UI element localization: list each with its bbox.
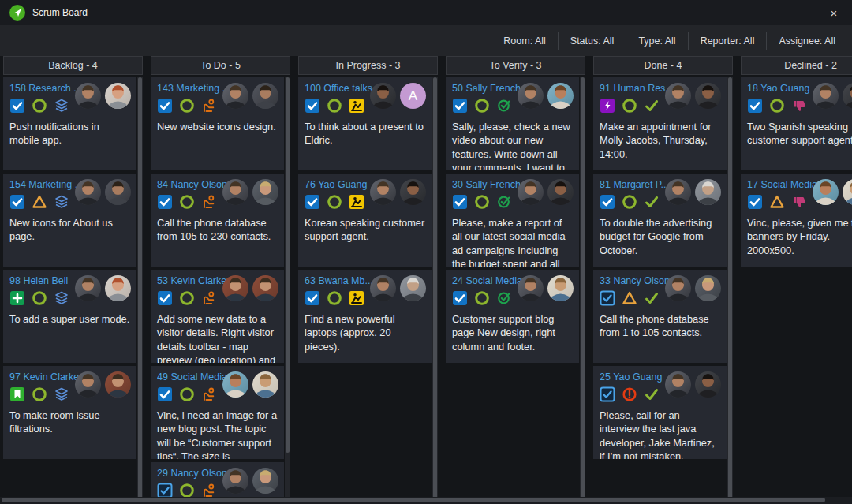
column-header: In Progress - 3 [298,56,438,75]
card-link[interactable]: 97 Kevin Clarke [9,371,79,383]
card-avatars [222,275,278,301]
card-link[interactable]: 17 Social Media [747,179,816,190]
avatar-man-curly [252,371,278,398]
avatar-woman-blonde [252,179,278,205]
layers-blue-icon [54,386,69,402]
task-checkbox-icon [157,483,173,498]
ring-green-icon [179,194,195,210]
card[interactable]: 84 Nancy OlsonCall the phone database fr… [151,174,284,267]
card-text: Korean speaking customer support agent. [305,216,425,244]
vertical-scrollbar-thumb[interactable] [433,77,437,500]
card[interactable]: 154 Marketing ...New icons for About us … [3,174,136,267]
vertical-scrollbar[interactable] [580,77,585,504]
avatar-man-beard [222,179,248,205]
filter-room[interactable]: Room: All [491,32,558,50]
card[interactable]: 97 Kevin ClarkeTo make room issue filtra… [3,366,136,459]
card-link[interactable]: 53 Kevin Clarke [157,275,226,286]
card-link[interactable]: 84 Nancy Olson [157,179,226,190]
vertical-scrollbar[interactable] [727,77,733,504]
card-link[interactable]: 158 Research ... [9,83,79,94]
card-link[interactable]: 98 Helen Bell [9,275,79,286]
triangle-orange-icon [769,194,785,210]
card[interactable]: 33 Nancy OlsonCall the phone database fr… [593,270,727,363]
card[interactable]: 24 Social MediaCustomer support blog pag… [446,270,579,363]
card[interactable]: 30 Sally FrenchPlease, make a report of … [446,174,579,267]
card-link[interactable]: 63 Bwana Mb... [305,275,374,286]
ring-green-icon [622,194,637,210]
avatar-man-beard [75,179,101,205]
card[interactable]: 81 Margaret P...To double the advertisin… [593,174,727,267]
card[interactable]: 98 Helen BellTo add a super user mode. [3,270,136,363]
minimize-button[interactable] [743,0,779,25]
card[interactable]: 50 Sally FrenchSally, please, check a ne… [446,77,579,170]
avatar-woman-dark [695,371,721,398]
task-checkbox-icon [600,386,615,402]
card-link[interactable]: 50 Sally French [452,83,521,94]
task-checked-icon [305,98,320,114]
card[interactable]: 25 Yao GuangPlease, call for an intervie… [593,366,727,459]
vertical-scrollbar-thumb[interactable] [286,77,290,453]
card-link[interactable]: 24 Social Media [452,275,521,286]
avatar-man-beard [665,275,691,301]
vertical-scrollbar[interactable] [285,77,290,504]
vertical-scrollbar[interactable] [432,77,438,504]
avatar-man-suit-brick [252,275,278,301]
card-text: New website icons design. [157,120,278,133]
card-link[interactable]: 91 Human Res... [600,83,669,94]
filter-assignee[interactable]: Assignee: All [766,32,847,50]
avatar-man-beard [518,275,544,301]
card-link[interactable]: 143 Marketing ... [157,83,226,94]
card-text: To double the advertising budget for Goo… [600,216,720,257]
card[interactable]: 91 Human Res...Make an appointment for M… [593,77,727,170]
task-checked-icon [157,386,173,402]
horizontal-scrollbar-thumb[interactable] [2,498,825,502]
card-avatars [813,179,852,205]
check-green-icon [644,386,660,402]
person-orange-icon [201,194,217,210]
card-text: Make an appointment for Molly Jacobs, Th… [600,120,720,161]
avatar-man-white [400,275,426,301]
card-link[interactable]: 18 Yao Guang [747,83,816,94]
filter-reporter[interactable]: Reporter: All [688,32,767,50]
card[interactable]: 49 Social MediaVinc, i need an image for… [151,366,284,459]
vertical-scrollbar-thumb[interactable] [138,77,142,500]
avatar-man-beard [813,83,839,109]
card[interactable]: 63 Bwana Mb...Find a new powerful laptop… [298,270,432,363]
task-checked-icon [9,194,25,210]
card[interactable]: 17 Social MediaVinc, please, given me tw… [741,174,852,267]
card[interactable]: 18 Yao GuangTwo Spanish speaking custome… [741,77,852,170]
avatar-woman-redhead [105,275,131,301]
ring-green-icon [327,194,342,210]
filter-status[interactable]: Status: All [558,32,626,50]
maximize-button[interactable] [779,0,816,25]
vertical-scrollbar-thumb[interactable] [581,77,585,500]
verify-green-icon [496,194,512,210]
card-link[interactable]: 25 Yao Guang [600,371,669,383]
card-avatars [370,179,426,205]
ring-green-icon [769,98,785,114]
card-link[interactable]: 49 Social Media [157,371,226,383]
horizontal-scrollbar[interactable] [0,497,852,504]
card-link[interactable]: 81 Margaret P... [600,179,669,190]
card-link[interactable]: 100 Office talks [305,83,374,94]
close-button[interactable]: × [816,0,852,25]
card-link[interactable]: 30 Sally French [452,179,521,190]
card[interactable]: 158 Research ...Push notifications in mo… [3,77,136,170]
card-text: To think about a present to Eldric. [305,120,425,147]
card[interactable]: 100 Office talksATo think about a presen… [298,77,432,170]
vertical-scrollbar-thumb[interactable] [728,77,732,500]
card[interactable]: 53 Kevin ClarkeAdd some new data to a vi… [151,270,284,363]
avatar-man-glasses-beard [105,179,131,205]
filter-type[interactable]: Type: All [626,32,687,50]
card-link[interactable]: 29 Nancy Olson [157,468,226,479]
card-link[interactable]: 76 Yao Guang [305,179,374,190]
avatar-woman-dark [547,179,574,205]
task-checked-icon [452,98,468,114]
card[interactable]: 143 Marketing ...New website icons desig… [151,77,284,170]
card-link[interactable]: 154 Marketing ... [9,179,79,190]
task-checked-icon [747,98,763,114]
card-avatars [370,275,426,301]
vertical-scrollbar[interactable] [137,77,143,504]
card[interactable]: 76 Yao GuangKorean speaking customer sup… [298,174,432,267]
card-link[interactable]: 33 Nancy Olson [600,275,669,286]
